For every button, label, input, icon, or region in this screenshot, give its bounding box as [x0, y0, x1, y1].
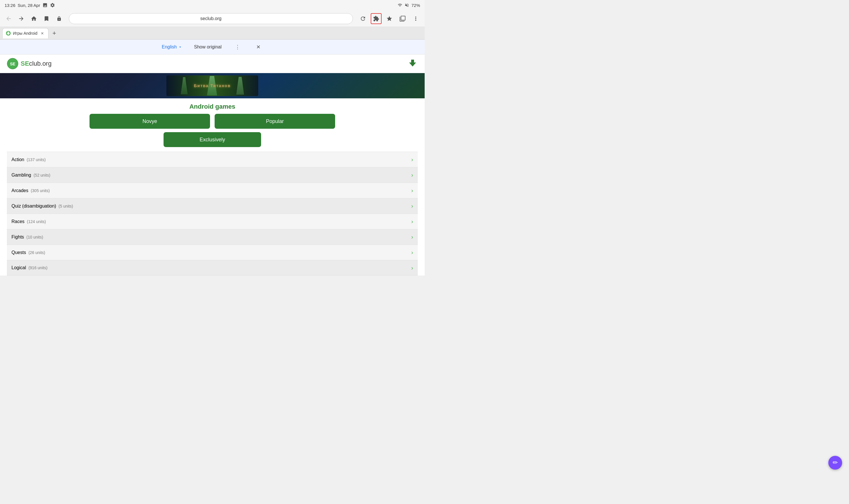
settings-icon [50, 3, 55, 8]
site-logo: SE SEclub.org [7, 58, 52, 69]
category-item[interactable]: Fights (10 units) › [7, 229, 418, 245]
category-arrow-icon: › [411, 249, 413, 256]
category-name: Gambling (52 units) [12, 173, 50, 178]
new-tab-button[interactable]: + [50, 29, 59, 38]
status-bar: 13:26 Sun, 28 Apr 72% [0, 0, 424, 10]
status-date: Sun, 28 Apr [18, 3, 40, 8]
category-item[interactable]: Logical (916 units) › [7, 260, 418, 275]
signal-icon [398, 3, 402, 7]
category-count: (26 units) [29, 250, 45, 255]
translate-menu-button[interactable]: ⋮ [233, 42, 242, 52]
category-item[interactable]: Races (124 units) › [7, 214, 418, 229]
category-name: Logical (916 units) [12, 265, 47, 270]
browser-toolbar: seclub.org [0, 10, 424, 27]
translate-close-button[interactable]: ✕ [254, 42, 263, 52]
extension-button[interactable] [371, 13, 382, 24]
category-count: (305 units) [31, 188, 50, 193]
reload-button[interactable] [358, 13, 368, 24]
address-bar[interactable]: seclub.org [69, 13, 353, 24]
category-item[interactable]: Action (137 units) › [7, 152, 418, 167]
page-content: SE SEclub.org Битва Титанов A [0, 54, 424, 275]
category-arrow-icon: › [411, 187, 413, 194]
back-button[interactable] [3, 14, 14, 24]
status-time: 13:26 [5, 3, 16, 8]
show-original-button[interactable]: Show original [194, 44, 222, 50]
category-item[interactable]: Quiz (disambiguation) (5 units) › [7, 198, 418, 214]
banner-text: Битва Титанов [194, 84, 231, 88]
category-name: Quests (26 units) [12, 250, 45, 255]
category-item[interactable]: Gambling (52 units) › [7, 167, 418, 183]
chevron-down-icon [178, 45, 183, 49]
image-icon [42, 3, 48, 8]
category-arrow-icon: › [411, 203, 413, 209]
category-name: Action (137 units) [12, 157, 46, 162]
logo-icon: SE [7, 58, 18, 69]
tab-close-button[interactable]: ✕ [40, 31, 45, 36]
novye-button[interactable]: Novye [89, 114, 210, 129]
banner-area: Битва Титанов [0, 73, 424, 98]
star-button[interactable] [384, 13, 395, 24]
translate-bar: English Show original ⋮ ✕ [0, 39, 424, 54]
exclusively-row: Exclusively [0, 132, 424, 152]
tab-favicon [6, 31, 11, 36]
category-name: Races (124 units) [12, 219, 46, 224]
bookmark-button[interactable] [41, 14, 52, 24]
translate-language-selector[interactable]: English [162, 44, 183, 50]
category-name: Quiz (disambiguation) (5 units) [12, 203, 73, 209]
forward-button[interactable] [16, 14, 27, 24]
lock-button[interactable] [54, 14, 64, 24]
logo-domain: club.org [29, 60, 51, 67]
translate-language-label: English [162, 44, 177, 50]
menu-button[interactable] [410, 13, 421, 24]
site-header: SE SEclub.org [0, 54, 424, 73]
home-button[interactable] [29, 14, 39, 24]
category-arrow-icon: › [411, 156, 413, 163]
svg-text:SE: SE [10, 61, 16, 66]
download-icon[interactable] [408, 58, 418, 69]
category-item[interactable]: Quests (26 units) › [7, 245, 418, 260]
category-name: Arcades (305 units) [12, 188, 50, 193]
category-count: (137 units) [27, 157, 46, 162]
logo-text: SEclub.org [21, 60, 52, 67]
page-title: Android games [0, 98, 424, 114]
tab-label: Игры Android [13, 31, 37, 36]
tabs-button[interactable] [397, 13, 408, 24]
main-buttons-row: Novye Popular [0, 114, 424, 132]
svg-marker-2 [409, 60, 416, 67]
status-right: 72% [398, 3, 420, 8]
category-count: (52 units) [34, 173, 50, 178]
tab-bar: Игры Android ✕ + [0, 27, 424, 39]
popular-button[interactable]: Popular [214, 114, 335, 129]
category-arrow-icon: › [411, 265, 413, 271]
category-count: (916 units) [29, 266, 47, 270]
category-arrow-icon: › [411, 172, 413, 178]
status-left: 13:26 Sun, 28 Apr [5, 3, 55, 8]
category-arrow-icon: › [411, 218, 413, 225]
category-list: Action (137 units) › Gambling (52 units)… [0, 152, 424, 275]
category-arrow-icon: › [411, 234, 413, 240]
exclusively-button[interactable]: Exclusively [163, 132, 261, 147]
logo-green: SE [21, 60, 29, 67]
category-count: (5 units) [58, 204, 73, 209]
category-count: (10 units) [27, 235, 43, 239]
battery-percent: 72% [412, 3, 420, 8]
category-count: (124 units) [27, 219, 46, 224]
category-item[interactable]: Arcades (305 units) › [7, 183, 418, 198]
mute-icon [404, 3, 409, 7]
category-name: Fights (10 units) [12, 235, 43, 240]
url-text: seclub.org [200, 16, 222, 21]
tab-games-android[interactable]: Игры Android ✕ [2, 28, 49, 38]
banner-image: Битва Титанов [167, 75, 258, 96]
